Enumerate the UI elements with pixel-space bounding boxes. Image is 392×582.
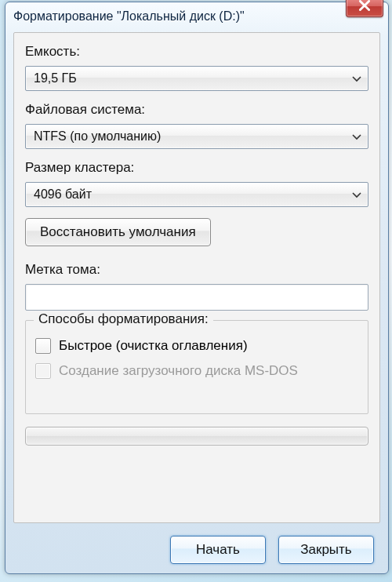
titlebar[interactable]: Форматирование "Локальный диск (D:)" (5, 2, 388, 31)
client-area: Емкость: 19,5 ГБ Файловая система: NTFS … (13, 32, 380, 523)
start-button-label: Начать (196, 542, 240, 558)
close-button[interactable]: Закрыть (278, 536, 374, 564)
window-title: Форматирование "Локальный диск (D:)" (13, 9, 245, 23)
filesystem-value: NTFS (по умолчанию) (34, 129, 161, 144)
cluster-value: 4096 байт (34, 187, 92, 202)
cluster-label: Размер кластера: (25, 160, 368, 176)
chevron-down-icon (352, 187, 361, 202)
close-icon (359, 0, 370, 21)
restore-defaults-label: Восстановить умолчания (40, 224, 196, 240)
quick-format-checkbox[interactable]: Быстрое (очистка оглавления) (35, 338, 358, 354)
checkbox-box-icon (35, 363, 51, 379)
close-window-button[interactable] (346, 0, 383, 17)
checkbox-box-icon (35, 338, 51, 354)
quick-format-label: Быстрое (очистка оглавления) (59, 338, 248, 354)
cluster-dropdown[interactable]: 4096 байт (25, 182, 368, 207)
capacity-dropdown[interactable]: 19,5 ГБ (25, 66, 368, 91)
dialog-footer: Начать Закрыть (5, 526, 388, 573)
volume-label-input[interactable] (25, 284, 368, 311)
progress-bar (25, 427, 368, 446)
start-button[interactable]: Начать (170, 536, 266, 564)
chevron-down-icon (352, 71, 361, 85)
chevron-down-icon (352, 129, 361, 144)
msdos-boot-checkbox: Создание загрузочного диска MS-DOS (35, 363, 358, 379)
capacity-value: 19,5 ГБ (34, 71, 77, 85)
filesystem-label: Файловая система: (25, 102, 368, 118)
filesystem-dropdown[interactable]: NTFS (по умолчанию) (25, 124, 368, 149)
format-options-group: Способы форматирования: Быстрое (очистка… (25, 320, 368, 414)
format-options-legend: Способы форматирования: (34, 311, 213, 327)
format-dialog: Форматирование "Локальный диск (D:)" Емк… (5, 2, 389, 574)
capacity-label: Емкость: (25, 44, 368, 60)
volume-label-label: Метка тома: (25, 262, 368, 278)
restore-defaults-button[interactable]: Восстановить умолчания (25, 218, 211, 246)
close-button-label: Закрыть (300, 542, 351, 558)
msdos-boot-label: Создание загрузочного диска MS-DOS (59, 363, 298, 379)
